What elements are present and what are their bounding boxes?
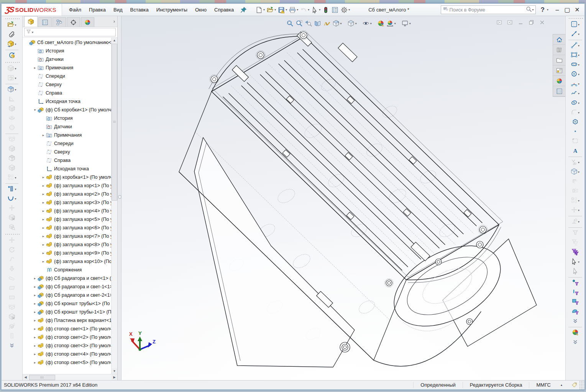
tree-item[interactable]: ▸(ф) Сб кроншт трубы-1<1> (По у: [23, 308, 112, 316]
taskpane-tab-view-palette[interactable]: [553, 65, 565, 76]
dropdown-caret-icon[interactable]: ▾: [409, 22, 411, 25]
expand-arrow-icon[interactable]: ▸: [41, 133, 46, 137]
expand-arrow-icon[interactable]: ▸: [41, 209, 46, 213]
attachments-paperclip-button[interactable]: [4, 30, 20, 39]
filter-caret-icon[interactable]: ▾: [32, 31, 33, 34]
dropdown-caret-icon[interactable]: ▾: [308, 8, 309, 11]
search-input[interactable]: [449, 7, 526, 13]
smart-fasteners-button[interactable]: ▾: [4, 185, 20, 194]
tree-item[interactable]: ▸AПримечания: [23, 131, 112, 139]
taskpane-tab-custom-properties[interactable]: [553, 86, 565, 96]
tree-item[interactable]: ▸(ф) Пластина верх вариант<1> (П: [23, 316, 112, 325]
scroll-left-arrow[interactable]: ◀: [23, 374, 28, 380]
expand-arrow-icon[interactable]: ▸: [41, 217, 46, 221]
dropdown-caret-icon[interactable]: ▾: [355, 22, 357, 25]
expand-arrow-icon[interactable]: ▸: [33, 318, 37, 322]
dropdown-caret-icon[interactable]: ▾: [297, 8, 298, 11]
dropdown-caret-icon[interactable]: ▾: [578, 63, 579, 67]
dropdown-caret-icon[interactable]: ▾: [578, 260, 579, 264]
expand-arrow-icon[interactable]: ▸: [33, 352, 37, 356]
dropdown-caret-icon[interactable]: ▾: [578, 209, 579, 212]
tab-property-manager[interactable]: [38, 17, 52, 27]
expand-arrow-icon[interactable]: ▸: [41, 260, 46, 263]
tree-item[interactable]: ▸(ф) стопор свет<3> (По умолчан: [23, 341, 112, 350]
more-tools-chevron-button[interactable]: [4, 341, 20, 351]
toolbar-grip[interactable]: [4, 61, 20, 64]
edit-appearance-2-button[interactable]: [567, 328, 584, 338]
tree-item[interactable]: ▸(ф) заглушка кор<10> (По ум: [23, 257, 112, 266]
scroll-right-arrow[interactable]: ▶: [112, 374, 117, 380]
dropdown-caret-icon[interactable]: ▾: [15, 176, 16, 180]
tree-item[interactable]: ▸(ф) заглушка кор<6> (По ум: [23, 224, 112, 232]
tree-item[interactable]: ▸(ф) заглушка кор<9> (По ум: [23, 249, 112, 257]
resize-grip[interactable]: [579, 381, 584, 389]
minimize-button[interactable]: –: [552, 6, 562, 14]
dropdown-caret-icon[interactable]: ▾: [578, 23, 579, 26]
spline-button[interactable]: ▾: [567, 89, 584, 98]
view-settings-button[interactable]: ▾: [401, 18, 412, 28]
tree-item[interactable]: ▸(ф) стопор свет<4> (По умолчан: [23, 350, 112, 358]
tree-item[interactable]: ▸(ф) заглушка кор<7> (По ум: [23, 232, 112, 240]
select-button[interactable]: ▾: [310, 5, 321, 15]
maximize-button[interactable]: ▢: [562, 6, 572, 14]
expand-arrow-icon[interactable]: ▸: [33, 361, 37, 364]
dropdown-caret-icon[interactable]: ▾: [370, 22, 372, 25]
help-caret-icon[interactable]: ▾: [547, 8, 548, 11]
dropdown-caret-icon[interactable]: ▾: [578, 220, 579, 224]
save-document-button[interactable]: !▾: [277, 5, 288, 15]
taskpane-tab-home[interactable]: [553, 34, 565, 45]
text-button[interactable]: A: [567, 146, 584, 156]
scroll-down-arrow[interactable]: ▼: [112, 368, 117, 374]
expand-arrow-icon[interactable]: ▸: [41, 226, 46, 230]
open-document-button[interactable]: ▾: [266, 5, 277, 15]
tree-item[interactable]: ▸(ф) Сб радиатора и свет-1<1> (П: [23, 283, 112, 291]
dropdown-caret-icon[interactable]: ▾: [15, 42, 16, 46]
edit-component-button[interactable]: ▾: [4, 85, 20, 95]
more-filters-chevron-button[interactable]: [567, 317, 584, 326]
expand-arrow-icon[interactable]: ▸: [33, 66, 37, 70]
expand-arrow-icon[interactable]: ▸: [33, 293, 37, 297]
smart-dimension-button[interactable]: ▾: [567, 29, 584, 39]
dropdown-caret-icon[interactable]: ▾: [578, 33, 579, 36]
apply-scene-button[interactable]: ▾: [386, 18, 397, 28]
tree-item[interactable]: Справа: [23, 156, 112, 165]
dropdown-caret-icon[interactable]: ▾: [15, 188, 16, 191]
expand-arrow-icon[interactable]: ▸: [41, 243, 46, 247]
menu-инструменты[interactable]: Инструменты: [153, 5, 191, 15]
dropdown-caret-icon[interactable]: ▾: [340, 22, 342, 25]
more-appearance-chevron-button[interactable]: [567, 338, 584, 347]
edit-appearance-button[interactable]: [376, 18, 386, 28]
expand-arrow-icon[interactable]: ▾: [33, 108, 37, 112]
dropdown-caret-icon[interactable]: ▾: [15, 23, 16, 27]
annotation-visibility-button[interactable]: A: [322, 18, 332, 28]
graphics-viewport[interactable]: A▾▾▾▾▾ X Y Z: [121, 16, 565, 380]
filter-surfaces-button[interactable]: [567, 307, 584, 317]
tab-display-manager[interactable]: [81, 17, 94, 27]
tree-item[interactable]: Справа: [23, 89, 112, 97]
filter-vertices-button[interactable]: [567, 278, 584, 288]
tree-item[interactable]: Спереди: [23, 139, 112, 148]
status-units[interactable]: ММГС ▴: [529, 382, 569, 388]
doc-restore-button[interactable]: [528, 19, 535, 25]
scroll-up-arrow[interactable]: ▲: [112, 38, 117, 43]
dropdown-caret-icon[interactable]: ▾: [578, 44, 579, 47]
tab-dimxpert[interactable]: [67, 17, 80, 27]
taskpane-tab-design-library[interactable]: [553, 45, 565, 55]
dropdown-caret-icon[interactable]: ▾: [578, 92, 579, 95]
zoom-to-area-button[interactable]: [295, 18, 304, 28]
dropdown-caret-icon[interactable]: ▾: [348, 8, 350, 11]
filter-edges-button[interactable]: [567, 288, 584, 297]
expand-arrow-icon[interactable]: ▸: [41, 234, 46, 238]
dropdown-caret-icon[interactable]: ▾: [578, 170, 579, 174]
dropdown-caret-icon[interactable]: ▾: [274, 8, 276, 11]
help-button[interactable]: ?: [539, 6, 547, 14]
tree-item[interactable]: ▸(ф) заглушка кор<2> (По ум: [23, 190, 112, 198]
tree-item[interactable]: ▸(ф) Сб радиатора и свет-2<1> (П: [23, 291, 112, 299]
routing-button[interactable]: ▾: [4, 194, 20, 204]
ellipse-button[interactable]: ▾: [567, 98, 584, 108]
expand-arrow-icon[interactable]: ▸: [41, 184, 46, 188]
tree-item[interactable]: Сопряжения: [23, 266, 112, 274]
straight-slot-button[interactable]: ▾: [567, 60, 584, 70]
convert-entities-button[interactable]: ▾: [567, 167, 584, 177]
tree-item[interactable]: Сверху: [23, 80, 112, 89]
